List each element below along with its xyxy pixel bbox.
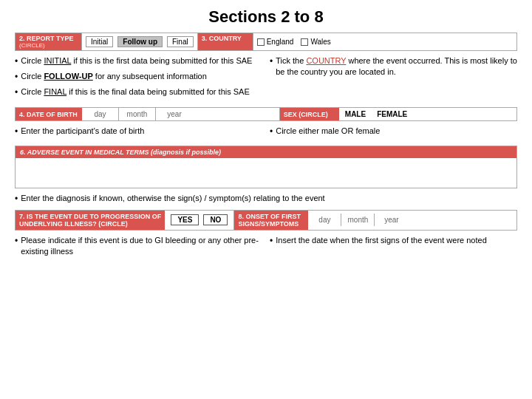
england-checkbox[interactable] (257, 38, 265, 46)
progression-sublabel: UNDERLYING ILLNESS? (CIRCLE) (19, 220, 161, 228)
dob-bullet-item: Enter the participant's date of birth (15, 126, 262, 138)
adverse-bullet-section: Enter the diagnosis if known, otherwise … (15, 193, 517, 205)
sex-section: SEX (CIRCLE) MALE FEMALE (279, 108, 516, 120)
sex-bullet-col: Circle either male OR female (270, 126, 517, 141)
england-label: England (267, 38, 294, 46)
dob-header: 4. DATE OF BIRTH (16, 108, 82, 120)
country-header: 3. COUNTRY (198, 33, 253, 50)
dob-form-row: 4. DATE OF BIRTH day month year SEX (CIR… (15, 107, 517, 121)
bottom-right-bullet-list: Insert the date when the first signs of … (270, 235, 517, 248)
dob-bullet-text: Enter the participant's date of birth (21, 126, 144, 138)
wales-label: Wales (310, 38, 330, 46)
bullets-section: Circle INITIAL if this is the first data… (15, 55, 517, 101)
bullet-country-text: Tick the COUNTRY where the event occurre… (276, 55, 517, 78)
bottom-left-bullet-list: Please indicate if this event is due to … (15, 235, 262, 258)
page: Sections 2 to 8 2. REPORT TYPE (CIRCLE) … (0, 0, 532, 399)
onset-header: 8. ONSET OF FIRST SIGNS/SYMPTOMS (234, 211, 308, 230)
option-initial[interactable]: Initial (86, 36, 113, 47)
bottom-left-col: Please indicate if this event is due to … (15, 235, 262, 261)
adverse-bullet-list: Enter the diagnosis if known, otherwise … (15, 193, 517, 205)
option-followup[interactable]: Follow up (117, 36, 163, 47)
adverse-sublabel: (diagnosis if possible) (151, 149, 221, 156)
bullet-initial: Circle INITIAL if this is the first data… (15, 55, 262, 68)
dob-year-field[interactable]: year (156, 108, 193, 120)
adverse-body[interactable] (16, 158, 516, 188)
sex-label: SEX (CIRCLE) (284, 111, 328, 118)
sex-bullet-item: Circle either male OR female (270, 126, 517, 138)
country-keyword: COUNTRY (306, 56, 346, 65)
sex-header: SEX (CIRCLE) (280, 108, 339, 120)
bottom-left-bullet: Please indicate if this event is due to … (15, 235, 262, 258)
progression-header: 7. IS THE EVENT DUE TO PROGRESSION OF UN… (16, 211, 165, 230)
bottom-right-col: Insert the date when the first signs of … (270, 235, 517, 261)
right-bullets-col: Tick the COUNTRY where the event occurre… (270, 55, 517, 101)
option-final[interactable]: Final (167, 36, 194, 47)
bullet-followup-text: Circle FOLLOW-UP for any subsequent info… (21, 71, 207, 83)
onset-number: 8. ONSET OF FIRST (238, 213, 304, 220)
final-keyword: FINAL (44, 87, 66, 96)
followup-keyword: FOLLOW-UP (44, 72, 92, 81)
progression-form-row: 7. IS THE EVENT DUE TO PROGRESSION OF UN… (15, 210, 517, 231)
page-title: Sections 2 to 8 (15, 7, 517, 27)
sex-bullet-list: Circle either male OR female (270, 126, 517, 138)
bottom-right-bullet: Insert the date when the first signs of … (270, 235, 517, 248)
bottom-bullets-section: Please indicate if this event is due to … (15, 235, 517, 261)
no-option[interactable]: NO (203, 214, 228, 225)
adverse-header: 6. ADVERSE EVENT IN MEDICAL TERMS (diagn… (16, 146, 516, 158)
bullet-country: Tick the COUNTRY where the event occurre… (270, 55, 517, 78)
dob-fields: day month year (82, 108, 279, 120)
dob-number: 4. DATE OF BIRTH (19, 111, 78, 118)
adverse-bullet-item: Enter the diagnosis if known, otherwise … (15, 193, 517, 205)
bullet-followup: Circle FOLLOW-UP for any subsequent info… (15, 71, 262, 83)
report-type-header: 2. REPORT TYPE (CIRCLE) (16, 33, 82, 50)
sex-male-option[interactable]: MALE (345, 110, 366, 118)
bullet-initial-text: Circle INITIAL if this is the first data… (21, 55, 252, 68)
yes-no-options: YES NO (165, 211, 234, 230)
report-type-form-row: 2. REPORT TYPE (CIRCLE) Initial Follow u… (15, 33, 517, 51)
dob-day-field[interactable]: day (82, 108, 119, 120)
adverse-label: 6. ADVERSE EVENT IN MEDICAL TERMS (diagn… (20, 149, 221, 156)
initial-keyword: INITIAL (44, 56, 71, 65)
report-type-options: Initial Follow up Final (82, 33, 198, 50)
country-options: England Wales (253, 33, 516, 50)
onset-date-fields: day month year (308, 211, 516, 230)
sex-options: MALE FEMALE (339, 108, 413, 120)
bullet-final-text: Circle FINAL if this is the final data b… (21, 86, 250, 99)
bottom-left-text: Please indicate if this event is due to … (21, 235, 262, 258)
report-type-sublabel: (CIRCLE) (19, 42, 45, 49)
onset-sublabel: SIGNS/SYMPTOMS (238, 220, 304, 228)
sex-bullet-text: Circle either male OR female (276, 126, 380, 138)
wales-checkbox[interactable] (301, 38, 308, 46)
dob-sex-bullets: Enter the participant's date of birth Ci… (15, 126, 517, 141)
onset-year-field[interactable]: year (375, 214, 408, 226)
onset-month-field[interactable]: month (341, 214, 375, 226)
onset-day-field[interactable]: day (308, 214, 341, 226)
report-type-number: 2. REPORT TYPE (19, 35, 74, 42)
left-bullet-list: Circle INITIAL if this is the first data… (15, 55, 262, 98)
left-bullets-col: Circle INITIAL if this is the first data… (15, 55, 262, 101)
bullet-final: Circle FINAL if this is the final data b… (15, 86, 262, 99)
england-option[interactable]: England (257, 38, 294, 46)
adverse-bullet-text: Enter the diagnosis if known, otherwise … (21, 193, 324, 205)
bottom-right-text: Insert the date when the first signs of … (276, 235, 487, 248)
adverse-form-row: 6. ADVERSE EVENT IN MEDICAL TERMS (diagn… (15, 146, 517, 188)
wales-option[interactable]: Wales (301, 38, 330, 46)
country-number: 3. COUNTRY (202, 35, 242, 42)
dob-bullet-col: Enter the participant's date of birth (15, 126, 262, 141)
progression-number: 7. IS THE EVENT DUE TO PROGRESSION OF (19, 213, 161, 220)
dob-bullet-list: Enter the participant's date of birth (15, 126, 262, 138)
yes-option[interactable]: YES (171, 214, 199, 225)
dob-month-field[interactable]: month (119, 108, 156, 120)
sex-female-option[interactable]: FEMALE (377, 110, 407, 118)
right-bullet-list: Tick the COUNTRY where the event occurre… (270, 55, 517, 78)
